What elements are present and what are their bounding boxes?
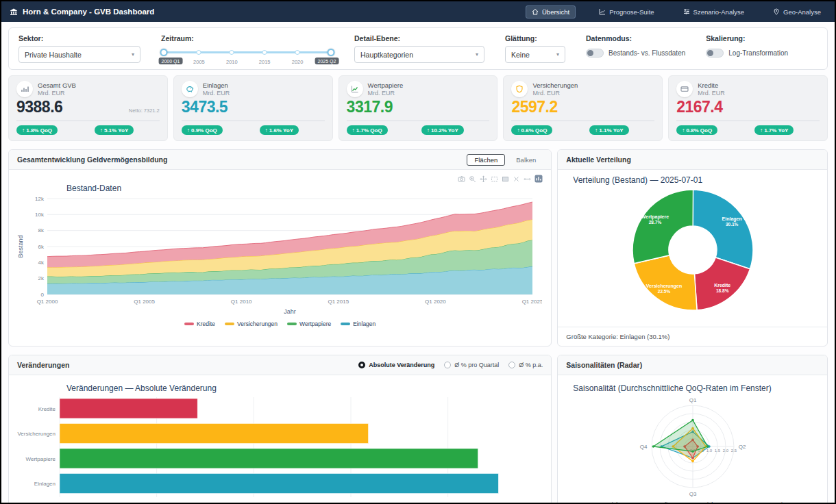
legend-item-Einlagen[interactable]: Einlagen	[341, 320, 376, 327]
svg-text:Q1 2010: Q1 2010	[231, 299, 252, 305]
kpi-card-wertpapiere: Wertpapiere Mrd. EUR 3317.9 ↑ 1.7% QoQ ↑…	[339, 75, 498, 141]
svg-text:Q1: Q1	[689, 397, 697, 403]
svg-text:500: 500	[152, 501, 162, 504]
svg-text:28.7%: 28.7%	[649, 220, 662, 225]
svg-text:Q3: Q3	[689, 491, 697, 497]
x-icon[interactable]	[513, 173, 520, 186]
svg-text:Kredite: Kredite	[714, 283, 730, 288]
filter-detail-ebene: Detail-Ebene: Hauptkategorien ▾	[354, 34, 484, 64]
donut-chart-title: Verteilung (Bestand) — 2025-07-01	[573, 175, 827, 185]
glaettung-select[interactable]: Keine ▾	[505, 46, 565, 63]
sektor-select[interactable]: Private Haushalte ▾	[19, 46, 140, 63]
legend-item-Versicherungen[interactable]: Versicherungen	[225, 320, 278, 327]
radio-pct-pa[interactable]: Ø % p.a.	[508, 362, 543, 368]
bar-chart-title: Veränderungen — Absolute Veränderung	[66, 383, 544, 393]
legend-item-Wertpapiere[interactable]: Wertpapiere	[287, 320, 331, 327]
detail-ebene-label: Detail-Ebene:	[354, 34, 484, 42]
slider-tick-label: 2020	[292, 59, 304, 65]
nav-item-prognose-suite[interactable]: Prognose-Suite	[593, 6, 659, 18]
svg-text:Einlagen: Einlagen	[34, 481, 56, 487]
flaechen-button[interactable]: Flächen	[467, 154, 505, 166]
svg-text:Kredite: Kredite	[38, 406, 56, 412]
svg-text:Q1 2025: Q1 2025	[522, 299, 542, 305]
kpi-value: 3473.5	[182, 98, 228, 116]
chevron-down-icon: ▾	[132, 51, 134, 58]
zoom-icon[interactable]	[469, 173, 476, 186]
svg-text:Versicherungen: Versicherungen	[17, 431, 56, 437]
yoy-badge: ↑ 1.6% YoY	[260, 125, 299, 135]
skalierung-toggle[interactable]	[706, 49, 724, 58]
kpi-netto: Netto: 7321.2	[129, 108, 160, 114]
legend-item-Kredite[interactable]: Kredite	[184, 320, 215, 327]
panel-title: Veränderungen	[17, 361, 69, 369]
plotly-logo-icon[interactable]	[534, 173, 543, 186]
kpi-name: Wertpapiere	[368, 81, 404, 90]
filter-datenmodus: Datenmodus: Bestands- vs. Flussdaten	[586, 34, 685, 64]
datenmodus-toggle[interactable]	[586, 49, 604, 58]
slider-tick-label: 2015	[259, 59, 271, 65]
sektor-label: Sektor:	[19, 34, 140, 42]
svg-text:Wertpapiere: Wertpapiere	[26, 456, 56, 462]
svg-text:2.0: 2.0	[723, 449, 729, 453]
svg-text:Q1 2000: Q1 2000	[37, 299, 58, 305]
balken-button[interactable]: Balken	[509, 155, 543, 165]
datenmodus-label: Datenmodus:	[586, 34, 685, 42]
filter-bar: Sektor: Private Haushalte ▾ Zeitraum: 20…	[8, 27, 828, 70]
datenmodus-toggle-label: Bestands- vs. Flussdaten	[608, 49, 685, 57]
kpi-name: Kredite	[698, 81, 725, 90]
camera-icon[interactable]	[458, 173, 465, 186]
svg-text:1.5: 1.5	[715, 449, 721, 453]
filter-zeitraum: Zeitraum: 2000 Q1 2025 Q2 2005 2010 2015…	[161, 34, 334, 64]
nav-item-uebersicht[interactable]: Übersicht	[526, 5, 576, 18]
chevron-down-icon: ▾	[556, 51, 559, 58]
detail-ebene-select[interactable]: Hauptkategorien ▾	[354, 46, 484, 63]
radio-absolute-veraenderung[interactable]: Absolute Veränderung	[358, 362, 434, 368]
change-mode-radios: Absolute Veränderung Ø % pro Quartal Ø %…	[358, 362, 543, 368]
panel-veraenderungen: Veränderungen Absolute Veränderung Ø % p…	[8, 355, 552, 504]
area-chart-body: Bestand-Daten 02k4k6k8k10k12kQ1 2000Q1 2…	[9, 170, 551, 346]
legend-item-Einlagen[interactable]: Einlagen	[594, 501, 630, 504]
nav-item-label: Szenario-Analyse	[693, 8, 744, 16]
panel-title: Gesamtentwicklung Geldvermögensbildung	[17, 155, 167, 164]
kpi-name: Einlagen	[203, 81, 230, 90]
svg-text:Bestand: Bestand	[17, 235, 24, 257]
svg-text:2k: 2k	[38, 275, 45, 281]
legend-item-Wertpapiere[interactable]: Wertpapiere	[746, 501, 791, 504]
svg-text:2000: 2000	[442, 501, 454, 504]
slider-track[interactable]	[164, 51, 331, 53]
kpi-card-kredite: Kredite Mrd. EUR 2167.4 ↑ 0.8% QoQ ↑ 1.7…	[668, 75, 828, 141]
nav-item-geo-analyse[interactable]: Geo-Analyse	[767, 6, 826, 18]
filter-sektor: Sektor: Private Haushalte ▾	[19, 34, 140, 64]
yoy-badge: ↑ 1.7% YoY	[754, 125, 794, 135]
panel-aktuelle-verteilung: Aktuelle Verteilung Verteilung (Bestand)…	[557, 149, 828, 346]
slider-handle-end[interactable]	[328, 49, 335, 56]
qoq-badge: ↑ 0.8% QoQ	[676, 125, 717, 135]
toggle-knob	[707, 50, 713, 56]
nav-item-label: Geo-Analyse	[783, 8, 821, 16]
nav-item-label: Prognose-Suite	[609, 8, 654, 16]
legend-item-Kredite[interactable]: Kredite	[640, 501, 672, 504]
slider-handle-start[interactable]	[160, 49, 168, 56]
nav-item-label: Übersicht	[542, 8, 569, 16]
yoy-badge: ↑ 10.2% YoY	[421, 125, 464, 135]
legend-item-Versicherungen[interactable]: Versicherungen	[682, 501, 736, 504]
kpi-value: 3317.9	[347, 98, 393, 116]
panel-saisonalitaeten: Saisonalitäten (Radar) Saisonalität (Dur…	[557, 355, 828, 504]
qoq-badge: ↑ 0.9% QoQ	[182, 125, 223, 135]
svg-text:Wertpapiere: Wertpapiere	[641, 214, 669, 220]
piggy-bank-icon	[182, 81, 198, 97]
zeitraum-range-slider[interactable]: 2000 Q1 2025 Q2 2005 2010 2015 2020	[161, 46, 334, 64]
slider-dot	[295, 50, 300, 55]
select-box-icon[interactable]	[502, 173, 509, 186]
radar-chart-title: Saisonalität (Durchschnittliche QoQ-Rate…	[573, 383, 827, 393]
autoscale-icon[interactable]	[524, 173, 531, 186]
pan-icon[interactable]	[480, 173, 487, 186]
svg-text:2.5: 2.5	[731, 449, 737, 453]
trend-up-icon	[347, 81, 363, 97]
kpi-unit: Mrd. EUR	[532, 90, 578, 97]
qoq-badge: ↑ 0.6% QoQ	[511, 125, 552, 135]
zoom-box-icon[interactable]	[491, 173, 498, 186]
nav-item-szenario-analyse[interactable]: Szenario-Analyse	[678, 6, 750, 18]
zeitraum-label: Zeitraum:	[161, 34, 334, 42]
radio-pct-pro-quartal[interactable]: Ø % pro Quartal	[444, 362, 499, 368]
